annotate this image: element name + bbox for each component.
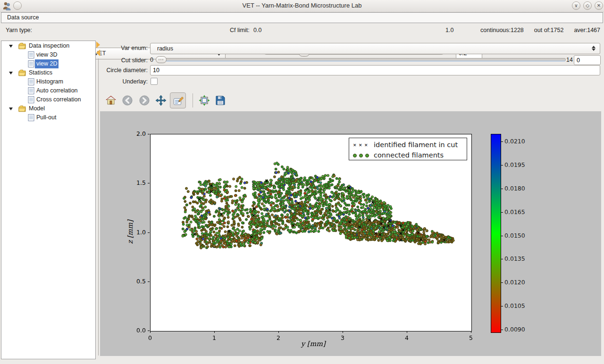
tree-item-data-inspection[interactable]: Data inspection [1,41,95,50]
var-enum-select[interactable]: radius [150,43,600,54]
cf-min-label: 0.0 [253,27,261,33]
top-toolbar: Yarn type: VET Cf limit: 0.0 1.0 continu… [0,23,604,38]
configure-subplots-button[interactable] [196,92,212,108]
var-enum-label: Var enum: [101,45,148,51]
underlay-label: Underlay: [101,78,148,85]
close-button[interactable]: ✕ [595,1,603,10]
y-tick-label: 0.5 [134,278,146,285]
y-tick-label: 2.0 [134,130,146,137]
x-tick-label: 1 [212,334,216,341]
y-tick-mark [148,183,150,183]
forward-button[interactable] [136,92,152,108]
tree-item-view-3d[interactable]: view 3D [1,50,95,59]
document-icon [27,51,35,58]
navigation-tree: Data inspectionview 3Dview 2DStatisticsH… [1,41,96,359]
stat-out-of: out of:1752 [534,27,564,33]
colorbar-tick-label: 0.0210 [504,138,525,145]
home-icon [105,95,117,106]
cut-value-input[interactable] [574,55,601,65]
expander-icon[interactable] [9,45,13,48]
circle-marker-samples [353,150,374,160]
zoom-to-rect-button[interactable] [170,92,186,108]
x-tick-label: 0 [148,334,152,341]
colorbar-tick-label: 0.0180 [504,185,525,192]
x-axis-label: y [mm] [301,340,326,347]
y-axis-label: z [mm] [126,220,134,244]
x-marker-samples: ✕✕✕ [353,139,374,150]
tree-item-cross-correlation[interactable]: Cross correlation [1,95,95,104]
x-tick-mark [407,331,407,333]
circle-diameter-label: Circle diameter: [101,67,148,74]
colorbar-tick-mark [501,189,503,189]
y-tick-mark [148,331,150,331]
application-window: VET -- Yarn-Matrix-Bond Microstructure L… [0,0,604,364]
menu-data-source[interactable]: Data source [5,14,41,21]
x-tick-label: 4 [405,334,409,341]
combo-arrows-icon [592,45,596,52]
expander-icon[interactable] [9,72,13,74]
folder-icon [18,105,26,112]
yarn-type-label: Yarn type: [6,27,32,33]
y-tick-label: 0.0 [134,327,146,334]
legend-entry-connected: connected filaments [353,149,444,160]
colorbar-tick-label: 0.0150 [504,232,525,239]
cut-min-label: 0 [150,57,153,63]
colorbar-tick-mark [501,165,503,165]
title-bar: VET -- Yarn-Matrix-Bond Microstructure L… [0,0,604,12]
underlay-checkbox[interactable] [151,78,158,85]
plot-canvas-area[interactable]: 012345 0.00.51.01.52.0 y [mm] z [mm] ✕✕✕… [100,111,601,356]
colorbar-tick-mark [501,282,503,283]
y-tick-mark [148,232,150,233]
tree-item-view-2d[interactable]: view 2D [1,59,95,68]
tree-item-model[interactable]: Model [1,104,95,113]
stat-aver: aver:1467 [574,27,600,33]
splitter-expand-icon[interactable] [96,41,100,48]
document-icon [27,60,35,67]
save-icon [215,95,226,106]
colorbar [491,134,501,333]
colorbar-tick-label: 0.0195 [504,161,525,168]
back-button[interactable] [119,92,135,108]
cut-slider-label: Cut slider: [101,57,148,64]
home-button[interactable] [103,92,119,108]
tree-item-statistics[interactable]: Statistics [1,68,95,77]
pan-icon [155,95,167,106]
plot-legend: ✕✕✕identified filament in cut connected … [349,138,467,160]
colorbar-tick-mark [501,330,503,330]
pan-button[interactable] [153,92,169,108]
colorbar-tick-mark [501,259,503,259]
colorbar-tick-label: 0.0105 [504,302,525,309]
y-tick-label: 1.0 [134,229,146,236]
x-tick-mark [150,331,151,333]
cut-slider-handle[interactable] [156,56,167,63]
splitter-line [98,58,99,356]
x-tick-mark [343,331,343,333]
maximize-button[interactable]: ◇ [583,1,592,10]
minimize-button[interactable]: ∨ [572,1,580,10]
legend-entry-identified: ✕✕✕identified filament in cut [353,139,458,149]
stat-continuous: continuous:1228 [480,27,524,33]
cf-limit-label: Cf limit: [230,27,250,33]
zoom-to-rect-icon [173,95,184,107]
splitter-collapse-icon[interactable] [96,50,100,56]
tree-item-histogram[interactable]: Histogram [1,77,95,86]
x-tick-mark [214,331,215,333]
colorbar-tick-mark [501,212,503,213]
colorbar-tick-mark [501,306,503,306]
cut-max-label: 14 [566,57,573,63]
x-tick-mark [471,331,471,333]
menu-bar: Data source [1,12,603,23]
cut-slider[interactable] [156,58,566,61]
save-button[interactable] [212,92,228,108]
expander-icon[interactable] [9,108,13,110]
document-icon [27,78,35,85]
cf-max-label: 1.0 [445,27,453,33]
y-tick-label: 1.5 [134,179,146,186]
x-tick-label: 5 [469,334,473,341]
x-tick-label: 3 [341,334,344,341]
y-tick-mark [148,134,150,134]
circle-diameter-input[interactable] [150,65,600,75]
tree-item-pull-out[interactable]: Pull-out [1,113,95,122]
tree-item-auto-correlation[interactable]: Auto correlation [1,86,95,95]
document-icon [27,114,35,121]
